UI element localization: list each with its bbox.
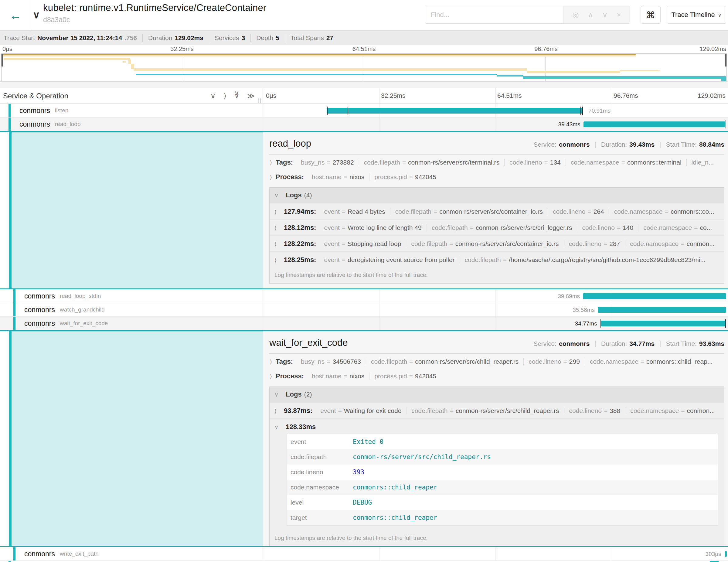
chevron-right-icon: ⟩ — [274, 257, 277, 264]
timeline-ruler: 0μs 32.25ms 64.51ms 96.76ms 129.02ms — [263, 88, 728, 104]
view-selector-button[interactable]: Trace Timeline ∨ — [667, 6, 726, 24]
span-name-column[interactable]: conmonrs write_exit_path — [0, 547, 263, 560]
operation-name: write_exit_path — [60, 550, 99, 557]
tags-accordion[interactable]: ⟩ Tags: busy_ns=34506763 code.filepath=c… — [269, 354, 724, 368]
logs-accordion-header[interactable]: ∨ Logs (2) — [270, 387, 724, 402]
tags-accordion[interactable]: ⟩ Tags: busy_ns=273882 code.filepath=con… — [269, 155, 724, 169]
span-bar[interactable] — [583, 121, 725, 127]
chevron-down-icon: ∨ — [33, 9, 40, 20]
minimap-span-segment — [620, 70, 660, 71]
span-bar[interactable] — [327, 108, 582, 114]
log-entry[interactable]: ⟩ 128.22ms: event=Stopping read loop cod… — [270, 235, 724, 251]
span-name-column[interactable]: conmonrs read_loop — [0, 118, 263, 131]
log-marker — [726, 120, 726, 128]
process-accordion[interactable]: ⟩ Process: host.name=nixos process.pid=9… — [269, 169, 724, 184]
span-name-column[interactable]: conmonrs read_loop_stdin — [0, 289, 263, 303]
find-input[interactable] — [425, 6, 563, 23]
span-detail-read-loop: read_loop Service:conmonrs | Duration:39… — [0, 131, 728, 289]
minimap-drag-handle-right[interactable] — [725, 54, 726, 66]
span-row-read-loop[interactable]: conmonrs read_loop 39.43ms — [0, 118, 728, 131]
span-duration-label: 303μs — [706, 551, 721, 557]
log-entry[interactable]: ⟩ 127.94ms: event=Read 4 bytes code.file… — [270, 203, 724, 219]
span-row-read-loop-stdin[interactable]: conmonrs read_loop_stdin 39.69ms — [0, 289, 728, 303]
collapse-all-icon[interactable]: ∨∨ — [234, 92, 239, 100]
span-name-column[interactable]: conmonrs listen — [0, 104, 263, 117]
collapse-one-icon[interactable]: ∨ — [210, 92, 216, 100]
minimap-spacer — [0, 81, 728, 88]
process-chips: host.name=nixos process.pid=942045 — [307, 373, 441, 380]
span-id-row: SpanID:5faf48165428c37a — [269, 284, 724, 288]
summary-depth: Depth5 — [256, 34, 279, 42]
title-collapse-toggle[interactable]: ∨ — [33, 9, 40, 21]
span-row-listen[interactable]: conmonrs listen 70.91ms — [0, 104, 728, 118]
trace-timeline-page: ← ∨ kubelet: runtime.v1.RuntimeService/C… — [0, 0, 728, 562]
span-duration-label: 34.77ms — [575, 320, 597, 327]
span-row-watch-grandchild[interactable]: conmonrs watch_grandchild 35.58ms — [0, 303, 728, 317]
tag-chips: busy_ns=273882 code.filepath=conmon-rs/s… — [296, 159, 723, 166]
service-color-indicator — [9, 132, 12, 288]
expand-all-icon[interactable]: ≫ — [247, 92, 255, 100]
minimap-canvas[interactable] — [1, 53, 727, 81]
log-entry[interactable]: ⟩ 128.12ms: event=Wrote log line of leng… — [270, 219, 724, 235]
logs-section: ∨ Logs (4) ⟩ 127.94ms: event=Read 4 byte… — [269, 187, 724, 284]
minimap-span-segment — [4, 58, 130, 60]
column-resize-handle[interactable]: || — [258, 98, 262, 103]
service-name: conmonrs — [24, 306, 55, 314]
detail-left-column — [0, 331, 263, 546]
minimap-drag-handle-left[interactable] — [2, 54, 3, 66]
service-color-indicator — [9, 118, 11, 131]
span-timeline-cell[interactable]: 303μs — [263, 547, 728, 560]
title-block: kubelet: runtime.v1.RuntimeService/Creat… — [43, 2, 266, 24]
minimap-span-segment — [2, 54, 636, 56]
chevron-right-icon: ⟩ — [274, 225, 277, 231]
span-timeline-cell[interactable]: 39.69ms — [263, 289, 728, 303]
detail-title: read_loop — [269, 138, 311, 149]
service-color-indicator — [9, 104, 11, 117]
log-entry-expanded[interactable]: ∨ 128.33ms eventExited 0 code.filepathco… — [270, 418, 724, 530]
span-timeline-cell[interactable]: 39.43ms — [263, 118, 728, 131]
expand-one-icon[interactable]: ⟩ — [223, 92, 226, 100]
log-entry[interactable]: ⟩ 128.25ms: event=deregistering event so… — [270, 251, 724, 267]
clipped-next-row — [0, 561, 728, 562]
log-marker — [327, 107, 328, 115]
operation-name: watch_grandchild — [60, 306, 105, 313]
span-name-column[interactable]: conmonrs wait_for_exit_code — [0, 317, 263, 330]
span-bar[interactable] — [583, 293, 726, 299]
service-operation-header: Service & Operation — [3, 92, 68, 100]
service-name: conmonrs — [24, 292, 55, 300]
log-entry[interactable]: ⟩ 93.87ms: event=Waiting for exit code c… — [270, 402, 724, 418]
span-timeline-cell[interactable]: 35.58ms — [263, 303, 728, 316]
logs-footnote: Log timestamps are relative to the start… — [270, 267, 724, 283]
logs-accordion-header[interactable]: ∨ Logs (4) — [270, 188, 724, 203]
view-selector-label: Trace Timeline — [671, 11, 715, 19]
keyboard-shortcuts-button[interactable]: ⌘ — [641, 6, 661, 24]
span-bar[interactable] — [725, 551, 727, 557]
span-timeline-cell[interactable]: 70.91ms — [263, 104, 728, 117]
find-next-icon[interactable]: ∨ — [602, 11, 608, 19]
back-button[interactable]: ← — [0, 0, 31, 30]
log-marker — [600, 319, 601, 328]
span-bar[interactable] — [598, 307, 726, 313]
chevron-right-icon: ⟩ — [270, 159, 272, 166]
summary-services: Services3 — [215, 34, 245, 42]
operation-name: listen — [55, 107, 68, 114]
service-color-indicator — [13, 547, 15, 560]
span-table-header: Service & Operation ∨ ⟩ ∨∨ ≫ || 0μs 32.2… — [0, 88, 728, 104]
summary-total-spans: Total Spans27 — [291, 34, 333, 42]
chevron-right-icon: ⟩ — [274, 209, 277, 215]
span-bar[interactable] — [600, 321, 726, 326]
span-row-wait-for-exit-code[interactable]: conmonrs wait_for_exit_code 34.77ms — [0, 317, 728, 330]
minimap-span-segment — [123, 61, 126, 63]
find-clear-icon[interactable]: × — [617, 11, 621, 19]
detail-highlight-fill — [12, 132, 263, 288]
command-icon: ⌘ — [646, 10, 655, 20]
find-prev-icon[interactable]: ∧ — [588, 11, 593, 19]
find-match-icon[interactable]: ◎ — [573, 11, 579, 19]
log-marker — [582, 107, 583, 115]
span-timeline-cell[interactable]: 34.77ms — [263, 317, 728, 330]
chevron-right-icon: ⟩ — [270, 373, 272, 380]
span-row-write-exit-path[interactable]: conmonrs write_exit_path 303μs — [0, 547, 728, 561]
process-accordion[interactable]: ⟩ Process: host.name=nixos process.pid=9… — [269, 368, 724, 383]
span-name-column[interactable]: conmonrs watch_grandchild — [0, 303, 263, 316]
span-duration-label: 35.58ms — [573, 307, 595, 313]
